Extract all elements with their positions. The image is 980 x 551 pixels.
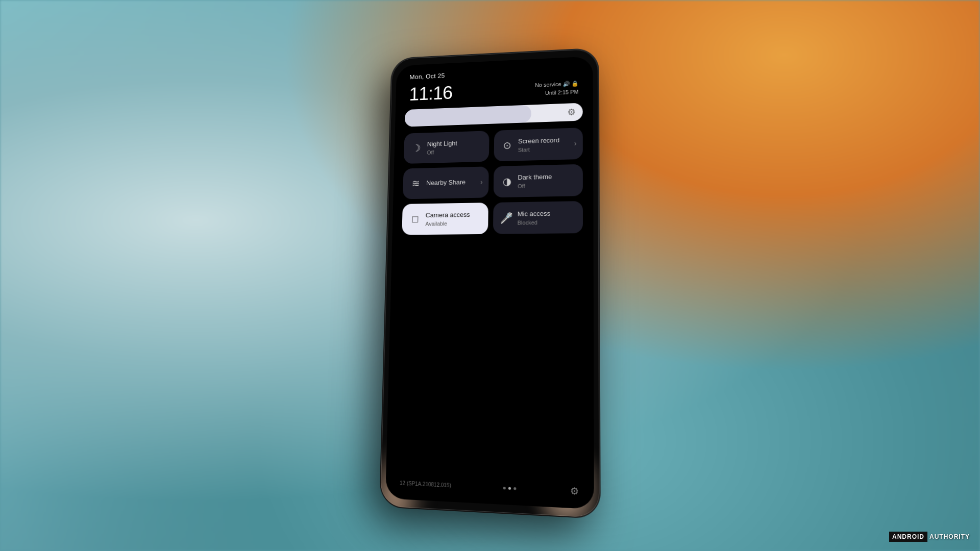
watermark-brand: ANDROID bbox=[889, 532, 927, 542]
camera-access-text: Camera access Available bbox=[425, 211, 481, 227]
time: 11:16 bbox=[409, 83, 452, 105]
dot-3 bbox=[514, 487, 517, 490]
mic-off-icon: 🎤 bbox=[500, 212, 512, 224]
tile-dark-theme[interactable]: Dark theme Off bbox=[494, 164, 583, 197]
watermark: ANDROID AUTHORITY bbox=[889, 532, 970, 542]
dot-2 bbox=[508, 487, 511, 490]
dark-theme-text: Dark theme Off bbox=[518, 172, 575, 189]
dot-1 bbox=[503, 486, 506, 489]
dark-theme-label: Dark theme bbox=[518, 172, 575, 182]
brightness-icon: ⚙ bbox=[568, 107, 576, 118]
dark-theme-icon bbox=[501, 176, 513, 188]
no-service-label: No service 🔊 🔒 bbox=[535, 80, 579, 88]
mic-access-text: Mic access Blocked bbox=[518, 209, 576, 226]
camera-access-sublabel: Available bbox=[425, 220, 481, 227]
screen-record-sublabel: Start bbox=[518, 145, 576, 153]
share-icon bbox=[410, 178, 422, 189]
watermark-suffix: AUTHORITY bbox=[929, 533, 970, 540]
tile-night-light[interactable]: Night Light Off bbox=[404, 131, 489, 164]
night-light-label: Night Light bbox=[427, 139, 482, 148]
nearby-share-text: Nearby Share bbox=[426, 178, 482, 188]
status-right: No service 🔊 🔒 Until 2:15 PM bbox=[535, 80, 579, 97]
mic-access-sublabel: Blocked bbox=[518, 219, 576, 226]
screen-record-text: Screen record Start bbox=[518, 136, 576, 153]
until-label: Until 2:15 PM bbox=[545, 88, 579, 95]
tile-camera-access[interactable]: Camera access Available bbox=[402, 203, 488, 235]
dark-theme-sublabel: Off bbox=[518, 182, 575, 189]
nearby-share-chevron: › bbox=[480, 178, 483, 186]
screen: Mon, Oct 25 11:16 No service 🔊 🔒 Until 2… bbox=[385, 56, 594, 509]
page-dots bbox=[503, 486, 517, 490]
record-icon bbox=[501, 139, 513, 152]
tile-mic-access[interactable]: 🎤 Mic access Blocked bbox=[493, 201, 583, 234]
nearby-share-label: Nearby Share bbox=[426, 178, 482, 188]
camera-icon bbox=[409, 213, 421, 224]
tile-screen-record[interactable]: Screen record Start › bbox=[494, 128, 583, 161]
screen-record-label: Screen record bbox=[518, 136, 576, 146]
mic-access-label: Mic access bbox=[518, 209, 576, 218]
night-light-sublabel: Off bbox=[427, 148, 482, 156]
tile-nearby-share[interactable]: Nearby Share › bbox=[403, 166, 489, 199]
screen-record-chevron: › bbox=[574, 139, 577, 147]
camera-access-label: Camera access bbox=[426, 211, 481, 220]
date: Mon, Oct 25 bbox=[409, 72, 445, 81]
mic-strikethrough: 🎤 bbox=[500, 212, 513, 224]
phone-wrapper: Mon, Oct 25 11:16 No service 🔊 🔒 Until 2… bbox=[380, 48, 600, 518]
qs-grid: Night Light Off Screen record Start › bbox=[393, 127, 594, 235]
phone: Mon, Oct 25 11:16 No service 🔊 🔒 Until 2… bbox=[380, 48, 600, 518]
moon-icon bbox=[410, 142, 422, 154]
settings-icon[interactable]: ⚙ bbox=[570, 485, 579, 498]
build-number: 12 (SP1A.210812.015) bbox=[400, 480, 451, 488]
night-light-text: Night Light Off bbox=[427, 139, 482, 156]
